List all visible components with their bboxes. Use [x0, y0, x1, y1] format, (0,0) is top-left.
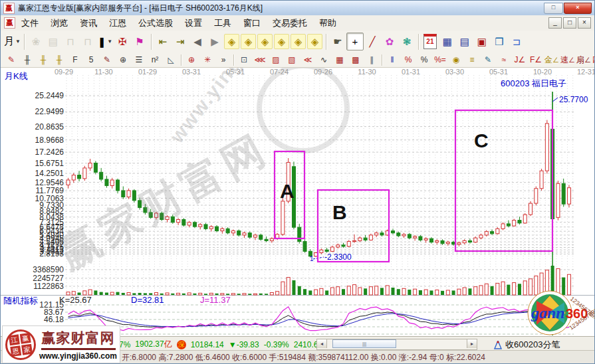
child-minimize-button[interactable]: _ [548, 17, 562, 29]
toolbar-separator [24, 34, 25, 50]
five-grid-icon[interactable]: 5 [83, 53, 99, 67]
scroll-left-arrow[interactable]: ◂ [317, 339, 327, 348]
callout-leader [552, 98, 558, 102]
percent-line-icon[interactable]: % [400, 53, 416, 67]
j-angle-icon[interactable]: J∠ [512, 53, 528, 67]
index-pct-partial: 7% [119, 340, 130, 349]
diamond-expand-x-icon[interactable]: ◈ [241, 34, 256, 49]
period-month-button[interactable]: 月▼ [3, 33, 21, 50]
gold-level-icon[interactable]: ≡ [464, 53, 480, 67]
red-grid2-icon[interactable]: ▩ [348, 53, 364, 67]
gann-square-icon[interactable]: ✿ [381, 33, 398, 50]
trendline-tool-icon[interactable]: ╱ [364, 33, 381, 50]
hist-tool-icon[interactable]: ‖ [384, 53, 400, 67]
child-close-button[interactable]: × [578, 17, 591, 29]
download-icon[interactable]: ⊐ [508, 33, 525, 50]
watermark-circle [259, 67, 347, 151]
grid-tool-icon[interactable]: ╫ [19, 53, 35, 67]
scrollbar-thumb[interactable]: ||| [332, 339, 396, 348]
next-page-icon[interactable]: ▶ [206, 33, 223, 50]
menu-item-10[interactable]: 帮助 [313, 16, 342, 31]
diamond-shrink-y-icon[interactable]: ◈ [257, 34, 273, 49]
notepad-icon[interactable]: ▤ [456, 33, 473, 50]
four-angle-icon[interactable]: 四∠ [592, 53, 595, 67]
menu-item-3[interactable]: 资讯 [74, 16, 103, 31]
chart-area[interactable]: ABC 月K线 600203 福日电子 25.7700 1 -2.3300 赢家… [1, 67, 594, 336]
last-page-icon[interactable]: ⇥ [172, 33, 189, 50]
title-bar: 赢 赢家江恩专业版[赢家内部服务平台] - [福日电子 SH600203-176… [1, 1, 594, 16]
candle-style-button[interactable]: ❚▼ [96, 33, 114, 50]
scrollbar-track[interactable]: ||| [327, 339, 467, 349]
menu-item-1[interactable]: 文件 [15, 16, 45, 31]
tick-chart-icon [494, 341, 502, 349]
n2-grid-icon[interactable]: n² [147, 53, 163, 67]
gold-grid-icon[interactable]: ╫ [35, 53, 51, 67]
menu-item-8[interactable]: 窗口 [237, 16, 267, 31]
box-tool-icon[interactable]: ⊡ [236, 53, 252, 67]
diamond-full-icon[interactable]: ◈ [307, 34, 322, 49]
chart-scrollbar[interactable]: ◂ ||| ▸ [316, 339, 477, 350]
percent-level-icon[interactable]: %= [432, 53, 448, 67]
f-angle-icon[interactable]: F∠ [528, 53, 544, 67]
radiate-icon[interactable]: ✳ [199, 53, 215, 67]
save-icon[interactable]: ▣ [473, 33, 491, 50]
wave-icon[interactable]: ≈ [496, 53, 512, 67]
formula-icon[interactable]: ✠ [114, 33, 131, 50]
pencil-flag-icon[interactable]: ✎ [480, 53, 496, 67]
menu-item-5[interactable]: 公式选股 [132, 16, 179, 31]
volume-profile-icon[interactable]: ⚑ [131, 33, 148, 50]
menu-item-4[interactable]: 江恩 [103, 16, 132, 31]
window-maximize-button[interactable]: □ [544, 3, 563, 14]
pencil-tool-icon[interactable]: ✎ [3, 53, 19, 67]
window-close-button[interactable]: × [564, 3, 592, 14]
gold-section-icon[interactable]: ◉ [448, 53, 464, 67]
pencil2-tool-icon[interactable]: ✎ [99, 53, 115, 67]
diamond-shrink-x-icon[interactable]: ◈ [224, 34, 239, 49]
rays2-icon[interactable]: ≪ [300, 53, 316, 67]
seal-char: 赢 [20, 332, 31, 343]
volume-bars [66, 266, 570, 295]
hand-tool-icon[interactable]: ☛ [329, 33, 346, 50]
circle-grid-icon[interactable]: ⊕ [115, 53, 131, 67]
parallel-icon[interactable]: ∥ [364, 53, 380, 67]
indicator-axis-label: 46.18 [2, 315, 64, 324]
menu-item-9[interactable]: 交易委托 [267, 16, 313, 31]
gold-angle-icon[interactable]: 金∠ [544, 53, 560, 67]
box-fan-icon[interactable]: ▨ [268, 53, 284, 67]
zigzag-icon[interactable]: ∿ [316, 53, 332, 67]
wave-tool-icon[interactable]: ❃ [398, 33, 416, 50]
prev-page-icon[interactable]: ◀ [189, 33, 206, 50]
red-grid-icon[interactable]: ▦ [332, 53, 348, 67]
crosshair-tool-icon[interactable]: + [346, 33, 364, 50]
circle-cross-icon[interactable]: ⊕ [183, 53, 199, 67]
tick-chart-tab[interactable]: 收600203分笔 [494, 339, 560, 351]
calculator-icon[interactable]: ▦ [439, 33, 456, 50]
first-page-icon[interactable]: ⇤ [154, 33, 172, 50]
annotation-box-C[interactable] [455, 110, 552, 251]
more-tools-button[interactable]: » [215, 53, 231, 67]
f-grid-icon[interactable]: F [67, 53, 83, 67]
menu-item-6[interactable]: 设置 [179, 16, 208, 31]
diamond-compress-icon[interactable]: ◈ [291, 34, 306, 49]
percent-icon[interactable]: % [416, 53, 432, 67]
speed-angle-icon[interactable]: 速∠ [560, 53, 576, 67]
shenzhen-badge[interactable]: 深 [177, 340, 186, 349]
fan-rays-icon[interactable]: ⋘ [252, 53, 268, 67]
fan-angle-icon[interactable]: 扇∠ [576, 53, 592, 67]
calendar-icon[interactable]: 21 [421, 33, 439, 50]
child-restore-button[interactable]: □ [563, 17, 576, 29]
gold-grid2-icon[interactable]: ╫ [51, 53, 67, 67]
dense-grid-icon[interactable]: ☰ [131, 53, 147, 67]
export-icon[interactable]: ❒ [491, 33, 508, 50]
box-net-icon[interactable]: ▧ [284, 53, 300, 67]
site-logo: 江赢恩家 赢家财富网 www.yingjia360.com [2, 325, 120, 363]
angle-ruler-icon[interactable]: ◺ [163, 53, 179, 67]
site-logo-url: www.yingjia360.com [39, 351, 117, 361]
annotation-boxes[interactable]: ABC [275, 110, 552, 262]
scroll-right-arrow[interactable]: ▸ [467, 339, 477, 348]
diamond-expand-y-icon[interactable]: ◈ [274, 34, 289, 49]
menu-item-2[interactable]: 浏览 [45, 16, 74, 31]
menu-item-7[interactable]: 工具 [208, 16, 237, 31]
window-title: 赢家江恩专业版[赢家内部服务平台] - [福日电子 SH600203-176月K… [18, 3, 540, 14]
price-axis-label: 14.2501 [2, 169, 64, 178]
